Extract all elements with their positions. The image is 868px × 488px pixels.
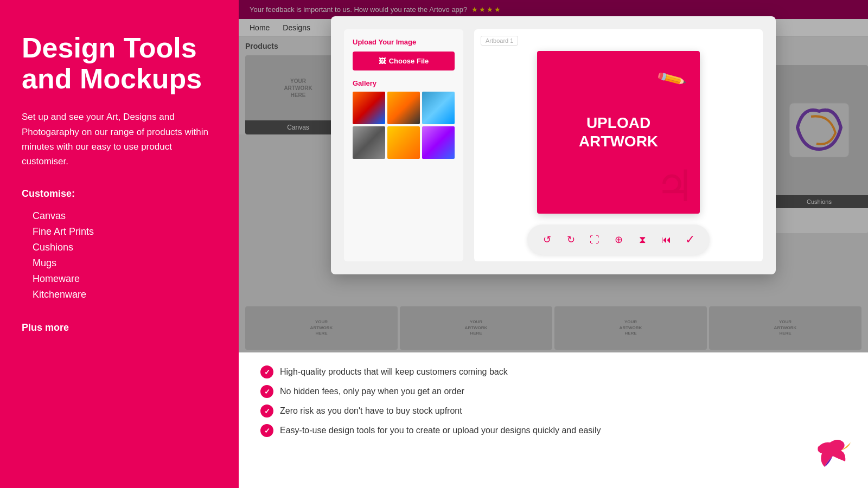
bird-svg — [808, 432, 852, 475]
list-item-canvas[interactable]: Canvas — [22, 208, 217, 224]
feature-text-3: Zero risk as you don't have to buy stock… — [280, 406, 462, 416]
customise-label: Customise: — [22, 188, 217, 200]
feature-item-2: ✓ No hidden fees, only pay when you get … — [260, 385, 846, 398]
bird-logo — [808, 432, 852, 477]
plus-more: Plus more — [22, 322, 217, 333]
design-modal: Upload Your Image 🖼 Choose File Gallery — [331, 16, 776, 274]
check-circle-1: ✓ — [260, 365, 273, 378]
feature-item-1: ✓ High-quality products that will keep c… — [260, 365, 846, 378]
list-item-homeware[interactable]: Homeware — [22, 271, 217, 287]
upload-icon: 🖼 — [379, 57, 386, 65]
list-item-cushions[interactable]: Cushions — [22, 240, 217, 255]
list-item-mugs[interactable]: Mugs — [22, 255, 217, 271]
upload-section-title: Upload Your Image — [353, 38, 455, 46]
redo-button[interactable]: ↻ — [561, 230, 580, 249]
gallery-item-5[interactable] — [387, 126, 420, 159]
skip-button[interactable]: ⏮ — [656, 230, 676, 249]
flip-button[interactable]: ⧗ — [633, 230, 652, 249]
gallery-item-4[interactable] — [353, 126, 385, 159]
feature-item-4: ✓ Easy-to-use design tools for you to cr… — [260, 424, 846, 437]
modal-toolbar: ↺ ↻ ⛶ ⊕ ⧗ ⏮ ✓ — [527, 224, 710, 255]
list-item-kitchenware[interactable]: Kitchenware — [22, 287, 217, 303]
modal-overlay: Upload Your Image 🖼 Choose File Gallery — [239, 0, 868, 352]
feature-text-2: No hidden fees, only pay when you get an… — [280, 387, 464, 396]
fullscreen-button[interactable]: ⛶ — [585, 230, 604, 249]
left-panel: Design Tools and Mockups Set up and see … — [0, 0, 239, 488]
list-item-fineart[interactable]: Fine Art Prints — [22, 224, 217, 240]
gallery-item-3[interactable] — [422, 92, 455, 124]
undo-button[interactable]: ↺ — [537, 230, 557, 249]
feature-text-1: High-quality products that will keep cus… — [280, 367, 508, 377]
modal-artboard-panel: Artboard 1 ♃ ✏️ UPLOAD ARTWORK ↺ — [474, 29, 763, 261]
feature-text-4: Easy-to-use design tools for you to crea… — [280, 426, 601, 435]
modal-left-panel: Upload Your Image 🖼 Choose File Gallery — [344, 29, 463, 261]
subtitle: Set up and see your Art, Designs and Pho… — [22, 110, 217, 169]
gallery-title: Gallery — [353, 79, 455, 87]
check-circle-2: ✓ — [260, 385, 273, 398]
main-title: Design Tools and Mockups — [22, 33, 217, 94]
check-circle-3: ✓ — [260, 404, 273, 418]
gallery-item-2[interactable] — [387, 92, 420, 124]
choose-file-button[interactable]: 🖼 Choose File — [353, 52, 455, 70]
customise-list: Canvas Fine Art Prints Cushions Mugs Hom… — [22, 208, 217, 303]
screenshot-area: Your feedback is important to us. How wo… — [239, 0, 868, 352]
gallery-item-6[interactable] — [422, 126, 455, 159]
feature-item-3: ✓ Zero risk as you don't have to buy sto… — [260, 404, 846, 418]
features-area: ✓ High-quality products that will keep c… — [239, 352, 868, 488]
gallery-item-1[interactable] — [353, 92, 385, 124]
gallery-grid — [353, 92, 455, 159]
brush-icon: ✏️ — [655, 63, 688, 95]
bg-symbol: ♃ — [655, 165, 694, 208]
zoom-in-button[interactable]: ⊕ — [609, 230, 628, 249]
right-panel: Your feedback is important to us. How wo… — [239, 0, 868, 488]
artboard-label: Artboard 1 — [481, 36, 518, 46]
choose-file-label: Choose File — [389, 57, 429, 65]
confirm-button[interactable]: ✓ — [680, 230, 700, 249]
upload-artwork-text: UPLOAD ARTWORK — [579, 114, 658, 150]
check-circle-4: ✓ — [260, 424, 273, 437]
artboard-canvas[interactable]: ♃ ✏️ UPLOAD ARTWORK — [537, 51, 700, 214]
app-window: Your feedback is important to us. How wo… — [239, 0, 868, 352]
